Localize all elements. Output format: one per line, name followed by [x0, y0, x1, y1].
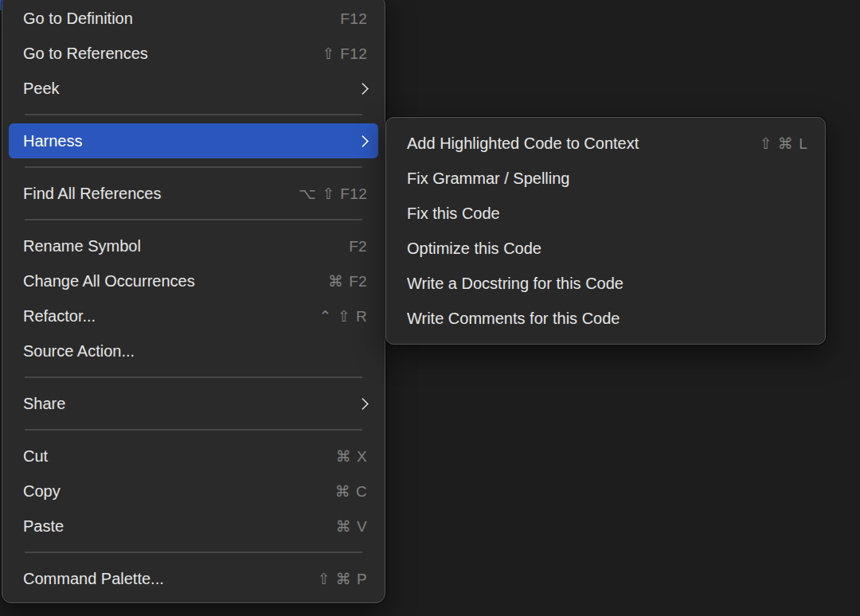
menu-item-label: Harness: [23, 132, 358, 150]
menu-item-cut[interactable]: Cut⌘X: [9, 439, 378, 474]
shortcut-key: ⌘: [336, 519, 351, 534]
menu-item-fix-grammar-spelling[interactable]: Fix Grammar / Spelling: [393, 161, 819, 196]
menu-item-write-a-docstring-for-this-code[interactable]: Write a Docstring for this Code: [393, 266, 819, 301]
shortcut-key: ⌘: [335, 484, 350, 499]
shortcut-key: C: [356, 484, 367, 499]
shortcut-key: ⌘: [778, 136, 793, 151]
shortcut-hint: ⌘C: [335, 484, 367, 499]
menu-item-label: Optimize this Code: [407, 240, 807, 258]
menu-item-label: Change All Occurrences: [23, 272, 309, 290]
menu-item-label: Refactor...: [23, 307, 300, 326]
menu-item-source-action[interactable]: Source Action...: [9, 333, 378, 368]
menu-separator: [25, 166, 362, 168]
menu-item-label: Find All References: [23, 185, 280, 203]
shortcut-key: ⇧: [760, 136, 772, 151]
menu-item-write-comments-for-this-code[interactable]: Write Comments for this Code: [393, 301, 819, 336]
menu-separator: [25, 219, 362, 220]
menu-separator: [25, 114, 362, 115]
shortcut-hint: ⌃⇧R: [319, 309, 368, 324]
shortcut-key: F12: [340, 11, 367, 26]
shortcut-key: P: [357, 571, 367, 587]
menu-item-label: Add Highlighted Code to Context: [407, 135, 741, 153]
menu-item-copy[interactable]: Copy⌘C: [9, 474, 378, 509]
shortcut-key: ⌥: [299, 186, 316, 201]
harness-submenu: Add Highlighted Code to Context⇧⌘LFix Gr…: [385, 117, 826, 345]
shortcut-hint: ⌘F2: [328, 274, 367, 289]
menu-item-add-highlighted-code-to-context[interactable]: Add Highlighted Code to Context⇧⌘L: [393, 126, 819, 161]
menu-item-label: Copy: [23, 482, 316, 501]
shortcut-key: R: [356, 309, 367, 324]
menu-item-label: Rename Symbol: [23, 237, 330, 255]
menu-item-go-to-references[interactable]: Go to References⇧F12: [9, 36, 378, 71]
shortcut-key: L: [799, 136, 807, 151]
menu-item-label: Write a Docstring for this Code: [407, 275, 807, 293]
menu-item-label: Fix Grammar / Spelling: [407, 170, 807, 188]
menu-item-share[interactable]: Share: [9, 386, 378, 421]
menu-item-label: Command Palette...: [23, 570, 298, 588]
menu-item-label: Source Action...: [23, 342, 367, 361]
menu-item-change-all-occurrences[interactable]: Change All Occurrences⌘F2: [9, 263, 378, 298]
menu-item-command-palette[interactable]: Command Palette...⇧⌘P: [9, 561, 378, 596]
shortcut-key: ⇧: [338, 309, 350, 324]
shortcut-hint: ⇧⌘P: [317, 571, 367, 587]
shortcut-hint: F12: [340, 11, 367, 26]
shortcut-key: ⇧: [322, 186, 334, 201]
menu-item-find-all-references[interactable]: Find All References⌥⇧F12: [9, 176, 378, 211]
menu-item-label: Share: [23, 395, 358, 413]
chevron-right-icon: [357, 82, 369, 95]
menu-item-label: Paste: [23, 517, 317, 536]
menu-item-label: Write Comments for this Code: [407, 310, 807, 328]
menu-item-label: Go to Definition: [23, 10, 321, 28]
menu-item-go-to-definition[interactable]: Go to DefinitionF12: [9, 1, 378, 36]
menu-item-optimize-this-code[interactable]: Optimize this Code: [393, 231, 819, 266]
shortcut-key: V: [357, 519, 367, 534]
shortcut-key: X: [357, 449, 367, 464]
shortcut-hint: ⇧F12: [322, 46, 367, 61]
menu-item-label: Peek: [23, 80, 358, 98]
shortcut-key: F2: [349, 239, 367, 254]
shortcut-hint: ⌘X: [336, 449, 367, 464]
shortcut-key: ⌘: [336, 571, 351, 587]
menu-separator: [25, 429, 362, 431]
menu-item-label: Go to References: [23, 45, 303, 63]
shortcut-hint: ⇧⌘L: [760, 136, 807, 151]
shortcut-key: F2: [349, 274, 367, 289]
menu-item-harness[interactable]: Harness: [9, 123, 378, 158]
shortcut-hint: ⌥⇧F12: [299, 186, 367, 201]
menu-separator: [25, 376, 362, 378]
menu-item-label: Fix this Code: [407, 205, 807, 223]
menu-item-rename-symbol[interactable]: Rename SymbolF2: [9, 228, 378, 263]
shortcut-hint: F2: [349, 239, 367, 254]
menu-item-fix-this-code[interactable]: Fix this Code: [393, 196, 819, 231]
shortcut-hint: ⌘V: [336, 519, 367, 534]
chevron-right-icon: [357, 135, 369, 147]
menu-item-paste[interactable]: Paste⌘V: [9, 509, 378, 544]
chevron-right-icon: [357, 397, 369, 410]
shortcut-key: F12: [340, 46, 367, 61]
shortcut-key: ⌘: [336, 449, 351, 464]
menu-separator: [25, 552, 362, 553]
shortcut-key: F12: [340, 186, 367, 201]
editor-context-menu: Go to DefinitionF12Go to References⇧F12P…: [2, 0, 385, 603]
menu-item-refactor[interactable]: Refactor...⌃⇧R: [9, 298, 378, 333]
menu-item-peek[interactable]: Peek: [9, 71, 378, 106]
shortcut-key: ⇧: [322, 46, 334, 61]
shortcut-key: ⌘: [328, 274, 343, 289]
shortcut-key: ⇧: [317, 571, 330, 587]
shortcut-key: ⌃: [319, 309, 332, 324]
menu-item-label: Cut: [23, 447, 317, 466]
